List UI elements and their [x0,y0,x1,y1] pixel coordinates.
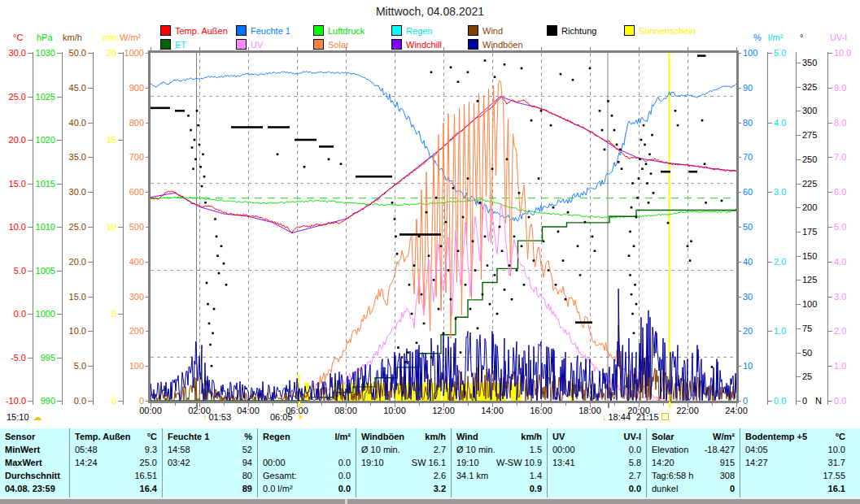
axis-tick-label: 990 [23,396,55,406]
table-cell-value: 0.0 [629,482,641,495]
table-cell-value: 2.6 [434,469,446,482]
table-row: 89 [168,482,252,495]
table-header: Windkm/h [456,430,542,443]
table-row-label: MaxWert [5,456,64,469]
x-major-tick [346,403,347,407]
table-header-name: Bodentemp +5 [745,430,807,443]
table-row: Ø 10 min.2.7 [361,443,446,456]
table-cell-value: 0.0 [338,469,351,482]
legend-swatch [236,25,247,36]
table-header: Temp. Außen°C [75,430,157,443]
table-cell-value: 0 [730,482,735,495]
table-row-label: 04.08. 23:59 [5,482,64,495]
table-row-label: MinWert [5,443,64,456]
table-cell-value: W-SW 10.9 [496,456,542,469]
axis-tick [57,140,62,141]
axis-tick-label: 500 [111,222,144,232]
table-row: Tag:6:58 h308 [652,469,735,482]
weather-day-chart-window: Mittwoch, 04.08.2021 Temp. AußenFeuchte … [0,0,860,504]
table-row: 0.0 [552,482,641,495]
event-time-1844: ↓18:44 [600,412,631,422]
axis-tick [827,262,832,263]
table-row: 14:2425.0 [75,456,157,469]
table-cell-value: 5.8 [629,456,641,469]
table-cell-time: Tag:6:58 h [652,469,693,482]
horizontal-scrollbar[interactable] [0,498,860,504]
axis-tick-label: 8.0 [834,118,846,128]
axis-tick [827,123,832,124]
table-col-feuchte-1: Feuchte 1%14:585203:42948089 [163,428,258,497]
axis-tick-label: 1005 [23,266,55,276]
x-minor-tick [370,403,371,406]
axis-tick-label: 800 [111,118,144,128]
event-line-stub [608,402,609,408]
stats-table: SensorMinWertMaxWertDurchschnitt04.08. 2… [0,428,860,497]
axis-tick-label: 0 [111,396,144,406]
legend-item-windb-en: Windböen [468,39,523,50]
axis-tick-label: 50 [802,348,812,358]
axis-caption-min: min. [103,33,120,42]
axis-tick-label: 3.0 [774,187,786,197]
table-cell-value: 16.51 [134,469,157,482]
table-col-wind: Windkm/hØ 10 min.1.519:10W-SW 10.934.1 k… [452,428,548,497]
event-line-stub [299,402,300,408]
table-cell-time: Ø 10 min. [361,443,400,456]
table-cell-time: 05:48 [75,443,98,456]
table-col-sensor: SensorMinWertMaxWertDurchschnitt04.08. 2… [0,428,70,497]
table-header-unit: km/h [425,430,446,443]
axis-tick-label: 45.0 [54,83,86,93]
x-major-tick [688,403,688,407]
axis-tick-label: 175 [802,227,817,237]
table-row: 13:415.8 [552,456,641,469]
axis-tick-label: 300 [111,292,144,302]
axis-tick-label: 1010 [23,222,55,232]
axis-tick [796,304,801,305]
table-cell-value: 94 [242,456,252,469]
legend-swatch [468,25,478,36]
axis-tick-label: 900 [111,83,144,93]
table-col-uv: UVUV-I00:000.013:415.82.70.0 [548,428,647,497]
table-row: 19:10W-SW 10.9 [456,456,542,469]
table-cell-time: 14:20 [652,456,674,469]
axis-tick-label: 0.0 [54,396,86,406]
series-richtung [151,54,722,367]
x-major-tick [541,403,542,407]
axis-caption-UVI: UV-I [830,33,847,42]
axis-tick-label: 10.0 [54,326,86,336]
axis-tick [57,184,62,185]
x-major-tick [297,403,298,407]
axis-tick-label: 0.0 [834,396,846,406]
table-row-label: Durchschnitt [5,469,64,482]
x-minor-tick [614,403,615,406]
x-minor-tick [468,403,469,406]
axis-tick [796,135,801,136]
table-cell-value: 80 [242,469,252,482]
axis-tick [796,63,801,63]
axis-caption-%: % [753,33,762,42]
axis-tick [827,401,832,402]
x-minor-tick [273,403,273,406]
table-header: SolarW/m² [652,430,735,443]
axis-tick-label: 70 [743,152,753,162]
axis-tick-label: 5.0 [774,48,786,58]
table-cell-time: Ø 10 min. [456,443,495,456]
table-row: Gesamt:0.0 [263,469,351,482]
table-row: dunkel0 [652,482,735,495]
axis-tick-label: 1.0 [834,361,846,371]
x-minor-tick [224,403,225,406]
axis-tick [88,366,93,367]
axis-tick-label: 5 [84,309,116,319]
table-header-unit: l/m² [334,430,351,443]
table-header: UVUV-I [552,430,641,443]
table-header-name: Windböen [361,430,404,443]
table-cell-time: 04:05 [745,443,768,456]
table-cell-value: 2.7 [629,469,641,482]
table-cell-time: 0.0 l/m² [263,482,293,495]
axis-tick-label: 995 [23,353,55,363]
sun-icon: ☀ [295,412,307,422]
x-major-tick [443,403,444,407]
axis-tick-label: 50.0 [54,48,86,58]
axis-tick [88,331,93,332]
x-major-tick [639,403,640,407]
axis-caption-°: ° [800,33,803,42]
